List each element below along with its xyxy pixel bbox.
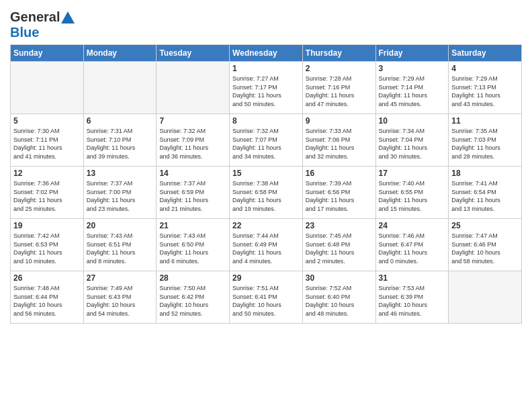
calendar-week-row: 1Sunrise: 7:27 AMSunset: 7:17 PMDaylight… (11, 62, 522, 114)
day-number: 5 (13, 116, 81, 126)
cell-info: Sunset: 6:49 PM (232, 240, 300, 249)
day-number: 27 (87, 273, 154, 283)
cell-info: and 15 minutes. (379, 205, 446, 214)
calendar-cell: 29Sunrise: 7:51 AMSunset: 6:41 PMDayligh… (230, 271, 303, 324)
cell-info: Sunset: 6:59 PM (159, 188, 226, 197)
day-number: 11 (451, 116, 519, 126)
cell-info: Daylight: 11 hours (159, 248, 226, 257)
cell-info: and 34 minutes. (232, 152, 300, 161)
cell-info: Sunset: 7:00 PM (87, 188, 154, 197)
cell-info: Sunset: 6:58 PM (232, 188, 300, 197)
day-number: 30 (306, 273, 373, 283)
cell-info: Daylight: 11 hours (306, 144, 373, 152)
cell-info: and 50 minutes. (232, 100, 300, 109)
cell-info: and 8 minutes. (87, 257, 154, 266)
day-number: 20 (87, 221, 154, 230)
cell-info: Daylight: 11 hours (306, 248, 373, 257)
day-number: 15 (232, 169, 300, 178)
cell-info: Sunrise: 7:33 AM (306, 127, 373, 136)
cell-info: Daylight: 10 hours (87, 301, 154, 310)
cell-info: Sunset: 6:42 PM (159, 293, 226, 302)
calendar-cell: 28Sunrise: 7:50 AMSunset: 6:42 PMDayligh… (157, 271, 230, 324)
day-number: 19 (13, 221, 81, 230)
cell-info: Sunrise: 7:27 AM (232, 75, 300, 83)
cell-info: Sunrise: 7:44 AM (232, 232, 300, 240)
cell-info: Sunrise: 7:51 AM (232, 284, 300, 293)
cell-info: Sunset: 6:55 PM (379, 188, 446, 197)
cell-info: Sunset: 6:40 PM (306, 293, 373, 302)
cell-info: Sunrise: 7:41 AM (451, 179, 519, 188)
calendar-cell (449, 271, 522, 324)
calendar-cell (11, 62, 84, 114)
cell-info: Sunrise: 7:31 AM (87, 127, 154, 136)
weekday-header: Tuesday (157, 45, 230, 62)
weekday-header: Wednesday (230, 45, 303, 62)
calendar-cell: 18Sunrise: 7:41 AMSunset: 6:54 PMDayligh… (449, 167, 522, 219)
cell-info: Daylight: 11 hours (87, 196, 154, 205)
cell-info: Sunset: 6:48 PM (306, 240, 373, 249)
cell-info: Sunrise: 7:32 AM (159, 127, 226, 136)
cell-info: Daylight: 11 hours (379, 91, 446, 100)
cell-info: Daylight: 11 hours (159, 144, 226, 152)
day-number: 18 (451, 169, 519, 178)
cell-info: Daylight: 11 hours (306, 91, 373, 100)
cell-info: Sunrise: 7:47 AM (451, 232, 519, 240)
cell-info: Sunrise: 7:36 AM (13, 179, 81, 188)
cell-info: and 23 minutes. (87, 205, 154, 214)
cell-info: Daylight: 11 hours (451, 144, 519, 152)
cell-info: Sunset: 7:14 PM (379, 83, 446, 92)
cell-info: Daylight: 10 hours (379, 301, 446, 310)
day-number: 4 (451, 64, 519, 73)
day-number: 9 (306, 116, 373, 126)
cell-info: and 2 minutes. (306, 257, 373, 266)
cell-info: Sunrise: 7:53 AM (379, 284, 446, 293)
weekday-header: Monday (83, 45, 157, 62)
cell-info: Sunset: 7:02 PM (13, 188, 81, 197)
svg-marker-0 (61, 11, 75, 24)
cell-info: Sunset: 7:09 PM (159, 136, 226, 144)
cell-info: Sunrise: 7:29 AM (451, 75, 519, 83)
cell-info: Sunrise: 7:43 AM (87, 232, 154, 240)
calendar-cell: 22Sunrise: 7:44 AMSunset: 6:49 PMDayligh… (230, 219, 303, 271)
cell-info: and 32 minutes. (306, 152, 373, 161)
cell-info: and 13 minutes. (451, 205, 519, 214)
header: General Blue (10, 7, 522, 40)
calendar-cell: 25Sunrise: 7:47 AMSunset: 6:46 PMDayligh… (449, 219, 522, 271)
cell-info: Daylight: 11 hours (13, 144, 81, 152)
cell-info: Sunset: 6:41 PM (232, 293, 300, 302)
cell-info: Sunrise: 7:40 AM (379, 179, 446, 188)
calendar-cell: 12Sunrise: 7:36 AMSunset: 7:02 PMDayligh… (11, 167, 84, 219)
cell-info: Daylight: 10 hours (232, 301, 300, 310)
cell-info: and 36 minutes. (159, 152, 226, 161)
logo: General Blue (10, 9, 75, 40)
calendar-week-row: 19Sunrise: 7:42 AMSunset: 6:53 PMDayligh… (11, 219, 522, 271)
cell-info: and 41 minutes. (13, 152, 81, 161)
cell-info: and 43 minutes. (451, 100, 519, 109)
calendar-cell: 21Sunrise: 7:43 AMSunset: 6:50 PMDayligh… (157, 219, 230, 271)
cell-info: and 52 minutes. (159, 310, 226, 318)
cell-info: Sunset: 7:13 PM (451, 83, 519, 92)
calendar-cell: 24Sunrise: 7:46 AMSunset: 6:47 PMDayligh… (375, 219, 449, 271)
cell-info: Daylight: 11 hours (232, 196, 300, 205)
logo-general-text: General (10, 9, 60, 25)
cell-info: Daylight: 10 hours (306, 301, 373, 310)
cell-info: Sunrise: 7:50 AM (159, 284, 226, 293)
day-number: 3 (379, 64, 446, 73)
weekday-header: Thursday (302, 45, 375, 62)
day-number: 23 (306, 221, 373, 230)
cell-info: and 54 minutes. (87, 310, 154, 318)
cell-info: Sunrise: 7:45 AM (306, 232, 373, 240)
day-number: 21 (159, 221, 226, 230)
cell-info: and 58 minutes. (451, 257, 519, 266)
cell-info: Sunset: 7:06 PM (306, 136, 373, 144)
calendar-cell: 4Sunrise: 7:29 AMSunset: 7:13 PMDaylight… (449, 62, 522, 114)
calendar-week-row: 26Sunrise: 7:48 AMSunset: 6:44 PMDayligh… (11, 271, 522, 324)
cell-info: and 50 minutes. (232, 310, 300, 318)
cell-info: Daylight: 11 hours (13, 248, 81, 257)
cell-info: Sunset: 6:47 PM (379, 240, 446, 249)
calendar-week-row: 5Sunrise: 7:30 AMSunset: 7:11 PMDaylight… (11, 114, 522, 167)
calendar-cell: 5Sunrise: 7:30 AMSunset: 7:11 PMDaylight… (11, 114, 84, 167)
cell-info: and 6 minutes. (159, 257, 226, 266)
day-number: 7 (159, 116, 226, 126)
day-number: 31 (379, 273, 446, 283)
